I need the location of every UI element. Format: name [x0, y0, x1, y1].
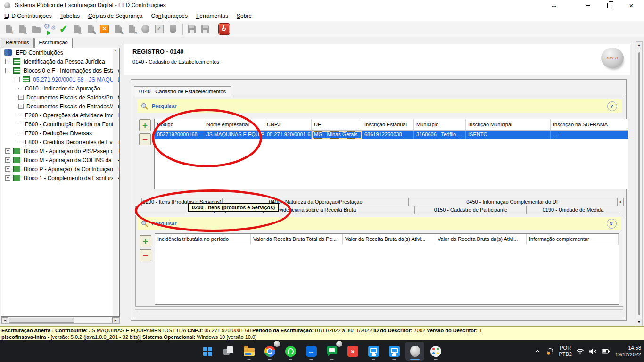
process-gears-icon[interactable]: ⚙⚙▶: [43, 23, 56, 35]
file-explorer-app[interactable]: [239, 342, 258, 361]
expand-plus-icon[interactable]: +: [5, 166, 10, 172]
scroll-thumb[interactable]: [9, 318, 74, 323]
tree-item-label: C010 - Indicador da Apuração: [25, 85, 100, 92]
cell[interactable]: MG - Minas Gerais: [312, 131, 362, 139]
tree-item-f200-opera-es-da-atividade-imobili[interactable]: F200 - Operações da Atividade Imobili: [1, 111, 119, 120]
chat-app[interactable]: [322, 342, 341, 361]
tree-item-bloco-p-apura-o-da-contribui-o-pre[interactable]: +Bloco P - Apuração da Contribuição Pre: [1, 165, 119, 173]
tree-vertical-scrollbar[interactable]: ▲: [113, 49, 118, 317]
receita-table[interactable]: Incidência tributária no períodoValor da…: [155, 233, 619, 305]
sidebar-tab-relat-rios[interactable]: Relatórios: [1, 38, 34, 48]
volume-muted-icon[interactable]: [589, 347, 597, 355]
tree-item-bloco-1-complemento-da-escritura-o[interactable]: +Bloco 1 - Complemento da Escrituração: [1, 173, 119, 182]
remove-row-button[interactable]: −: [139, 133, 151, 145]
add-row-button[interactable]: +: [140, 235, 151, 247]
register-tab-0450[interactable]: 0450 - Informação Complementar do DF: [409, 198, 617, 206]
whatsapp-app[interactable]: [281, 342, 300, 361]
collapse-chevron-icon[interactable]: »: [607, 219, 617, 229]
register-tab-0190[interactable]: 0190 - Unidade de Medida: [527, 206, 619, 214]
add-row-button[interactable]: +: [139, 119, 151, 131]
tree-item-bloco-m-apura-o-do-pis-pasep-da-pe[interactable]: +Bloco M - Apuração do PIS/Pasep da Pe: [1, 147, 119, 156]
panel-tab-0140[interactable]: 0140 - Cadastro de Estabelecimentos: [134, 86, 231, 97]
menu-item-sobre[interactable]: Sobre: [232, 13, 256, 19]
expand-plus-icon[interactable]: +: [5, 175, 10, 181]
language-indicator[interactable]: POR PTB2: [559, 345, 572, 357]
tray-chevron-up-icon[interactable]: [533, 347, 542, 355]
exit-power-icon[interactable]: [218, 23, 231, 35]
register-tab-0150[interactable]: 0150 - Cadastro de Participante: [415, 206, 527, 214]
minimize-button[interactable]: [579, 0, 596, 10]
menu-item-tabelas[interactable]: Tabelas: [56, 13, 84, 19]
menu-item-ferramentas[interactable]: Ferramentas: [192, 13, 232, 19]
clock[interactable]: 14:58 19/12/2022: [615, 345, 641, 358]
remove-row-button[interactable]: −: [140, 249, 151, 261]
tree-item-f700-dedu-es-diversas[interactable]: F700 - Deduções Diversas: [1, 129, 119, 138]
tree-item-identifica-o-da-pessoa-jur-dica[interactable]: +Identificação da Pessoa Jurídica: [1, 57, 119, 66]
expand-plus-icon[interactable]: +: [5, 148, 10, 154]
chrome-app[interactable]: [260, 342, 279, 361]
tree-item-blocos-0-e-f-informa-es-dos-estabele[interactable]: -Blocos 0 e F - Informações dos Estabele: [1, 66, 119, 75]
column-header-informa-o-complementar[interactable]: Informação complementar: [527, 234, 619, 245]
tree-item-efd-contribui-es[interactable]: EFD Contribuições: [1, 48, 119, 57]
column-header-valor-da-receita-bruta-da-s-at[interactable]: Valor da Receita Bruta da(s) Ativi...: [435, 234, 527, 245]
battery-icon[interactable]: [602, 347, 610, 355]
collapse-minus-icon[interactable]: -: [5, 68, 10, 73]
tree-horizontal-scrollbar[interactable]: ◀ ▶: [1, 317, 120, 324]
cell[interactable]: 3168606 - Teófilo ...: [414, 131, 466, 139]
tree-item-f800-cr-ditos-decorrentes-de-event[interactable]: F800 - Créditos Decorrentes de Event: [1, 138, 119, 147]
scroll-left-icon[interactable]: ◀: [1, 317, 8, 323]
column-header-inscri-o-municipal[interactable]: Inscrição Municipal: [466, 119, 551, 130]
anydesk-app[interactable]: »: [343, 342, 362, 361]
menu-item-efd-contribui-es[interactable]: EFD Contribuições: [0, 13, 56, 19]
tree-item-documentos-fiscais-de-sa-das-presta[interactable]: +Documentos Fiscais de Saídas/Presta: [1, 93, 119, 102]
expand-plus-icon[interactable]: +: [5, 157, 10, 163]
start-button[interactable]: [198, 342, 217, 361]
remote-desktop-1-app[interactable]: [364, 342, 383, 361]
column-header-inscri-o-na-suframa[interactable]: Inscrição na SUFRAMA: [551, 119, 628, 130]
cancel-icon[interactable]: ×: [98, 23, 111, 35]
cell[interactable]: ISENTO: [466, 131, 551, 139]
column-header-inscri-o-estadual[interactable]: Inscrição Estadual: [362, 119, 414, 130]
expand-plus-icon[interactable]: +: [18, 95, 24, 100]
restore-button[interactable]: [601, 0, 618, 10]
remote-desktop-2-app[interactable]: [385, 342, 404, 361]
cell[interactable]: . . -: [551, 131, 628, 139]
column-header-uf[interactable]: UF: [312, 119, 362, 130]
tree-item-f600-contribui-o-retida-na-fonte[interactable]: F600 - Contribuição Retida na Fonte: [1, 120, 119, 129]
cell[interactable]: 05.271.920/0001-68: [264, 131, 312, 139]
tabs-close-button[interactable]: x: [617, 198, 624, 206]
paint-app[interactable]: [426, 342, 445, 361]
sped-efd-app[interactable]: [405, 342, 424, 361]
expand-plus-icon[interactable]: +: [18, 104, 24, 109]
menu-item-configura-es[interactable]: Configurações: [147, 13, 192, 19]
scroll-up-icon[interactable]: ▲: [636, 42, 642, 49]
menu-item-c-pias-de-seguran-a[interactable]: Cópias de Segurança: [84, 13, 147, 19]
scroll-thumb[interactable]: [638, 52, 640, 315]
validate-check-icon[interactable]: ✓: [57, 23, 70, 35]
teamviewer-app[interactable]: ↔: [302, 342, 321, 361]
sidebar-tab-escritura-o[interactable]: Escrituração: [34, 38, 73, 48]
column-header-valor-da-receita-bruta-total-d[interactable]: Valor da Receita Bruta Total da Pe...: [251, 234, 343, 245]
tree-item-05-271-920-0001-68-js-maquinas[interactable]: -05.271.920/0001-68 - JS MAQUINAS: [1, 75, 119, 84]
column-header-munic-pio[interactable]: Município: [414, 119, 466, 130]
tree-item-documentos-fiscais-de-entradas-aqui[interactable]: +Documentos Fiscais de Entradas/Aqui: [1, 102, 119, 111]
expand-plus-icon[interactable]: +: [5, 59, 10, 64]
task-view-button[interactable]: [219, 342, 238, 361]
scroll-down-icon[interactable]: ▼: [636, 319, 642, 326]
collapse-minus-icon[interactable]: -: [15, 77, 20, 82]
column-header-valor-da-receita-bruta-da-s-at[interactable]: Valor da Receita Bruta da(s) Ativi...: [343, 234, 435, 245]
close-button[interactable]: ×: [623, 0, 640, 10]
column-header-incid-ncia-tribut-ria-no-per-o[interactable]: Incidência tributária no período: [155, 234, 251, 245]
column-header-cnpj[interactable]: CNPJ: [264, 119, 312, 130]
main-vertical-scrollbar[interactable]: ▲ ▼: [636, 41, 643, 326]
tree-item-c010-indicador-da-apura-o[interactable]: C010 - Indicador da Apuração: [1, 84, 119, 93]
wifi-icon[interactable]: [576, 347, 585, 355]
collapse-chevron-icon[interactable]: »: [607, 101, 617, 111]
tray-sync-icon[interactable]: [546, 347, 554, 355]
tree-item-bloco-m-apura-o-da-cofins-da-pess[interactable]: +Bloco M - Apuração da COFINS da Pess: [1, 156, 119, 165]
register-block-icon: [23, 76, 30, 82]
register-header: REGISTRO - 0140 0140 - Cadastro de Estab…: [124, 44, 630, 75]
cell[interactable]: 6861912250038: [362, 131, 414, 139]
scroll-right-icon[interactable]: ▶: [112, 317, 119, 323]
running-indicator: [310, 359, 313, 360]
